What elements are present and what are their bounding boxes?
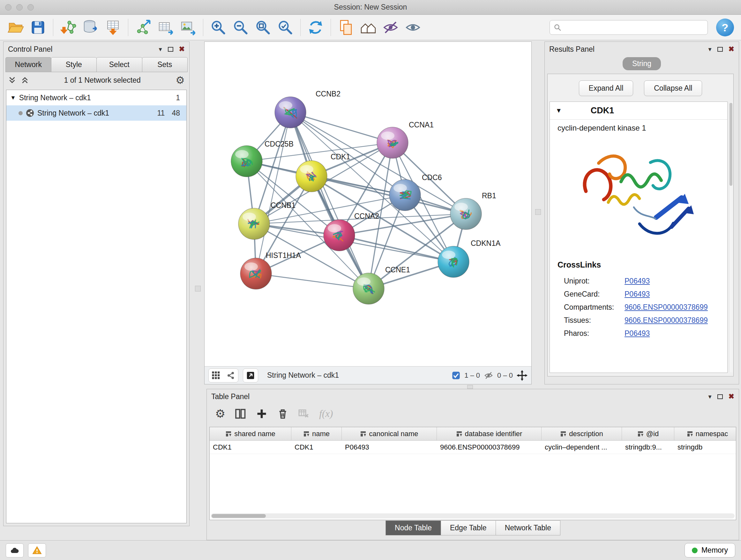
tree-expand-icon[interactable]: ▼ xyxy=(10,95,16,101)
column-header--id[interactable]: @id xyxy=(622,427,674,440)
crosslink-tissues-link[interactable]: 9606.ENSP00000378699 xyxy=(624,316,708,325)
column-header-canonical-name[interactable]: canonical name xyxy=(342,427,437,440)
crosslink-compartments-link[interactable]: 9606.ENSP00000378699 xyxy=(624,303,708,312)
column-header-shared-name[interactable]: shared name xyxy=(210,427,291,440)
zoom-in-button[interactable] xyxy=(208,17,229,38)
open-session-button[interactable] xyxy=(5,17,26,38)
network-options-gear-icon[interactable]: ⚙ xyxy=(176,75,185,85)
export-table-button[interactable] xyxy=(155,17,176,38)
collapse-all-icon[interactable] xyxy=(8,76,16,84)
accordion-caret-icon[interactable]: ▼ xyxy=(556,107,562,114)
maximize-window-button[interactable] xyxy=(27,4,34,10)
float-panel-icon[interactable] xyxy=(718,394,723,399)
edge-CCNB2-CCNA1[interactable] xyxy=(290,112,393,143)
node-CDKN1A[interactable] xyxy=(438,246,469,277)
table-options-gear-icon[interactable]: ⚙ xyxy=(215,408,225,420)
network-graph[interactable]: CCNB2CCNA1CDC25BCDK1CDC6RB1CCNB1CCNA2CDK… xyxy=(205,42,531,366)
string-home-button[interactable] xyxy=(358,17,379,38)
crosslink-uniprot-link[interactable]: P06493 xyxy=(624,277,650,286)
tab-select[interactable]: Select xyxy=(96,57,142,72)
protein-accordion-header[interactable]: ▼ CDK1 xyxy=(550,102,727,120)
results-scrollbar-thumb[interactable] xyxy=(730,103,732,186)
right-splitter-grip[interactable] xyxy=(535,209,541,215)
help-button[interactable]: ? xyxy=(716,18,734,37)
zoom-fit-button[interactable] xyxy=(253,17,273,38)
node-CDC6[interactable] xyxy=(389,179,421,211)
minimize-window-button[interactable] xyxy=(16,4,23,10)
close-panel-icon[interactable]: ✖ xyxy=(729,46,734,53)
cloud-status-button[interactable] xyxy=(6,543,23,557)
node-CDK1[interactable] xyxy=(296,161,327,192)
selected-checkbox-icon[interactable] xyxy=(452,371,461,380)
node-CDC25B[interactable] xyxy=(231,145,262,177)
show-all-button[interactable] xyxy=(402,17,423,38)
column-header-database-identifier[interactable]: database identifier xyxy=(437,427,542,440)
show-columns-button[interactable] xyxy=(235,408,246,420)
create-column-button[interactable] xyxy=(256,408,267,420)
panel-menu-icon[interactable]: ▾ xyxy=(159,46,162,52)
expand-all-icon[interactable] xyxy=(21,76,29,84)
string-tab-badge[interactable]: String xyxy=(623,57,661,70)
left-splitter-grip[interactable] xyxy=(195,286,201,292)
pan-move-icon[interactable] xyxy=(517,370,528,381)
panel-menu-icon[interactable]: ▾ xyxy=(709,46,712,52)
node-HIST1H1A[interactable] xyxy=(240,258,272,289)
tab-network[interactable]: Network xyxy=(5,57,51,72)
close-window-button[interactable] xyxy=(5,4,11,10)
network-row-selected[interactable]: String Network – cdk1 11 48 xyxy=(6,105,186,121)
table-scrollbar-thumb[interactable] xyxy=(212,514,266,518)
node-CCNE1[interactable] xyxy=(353,273,384,304)
expand-all-button[interactable]: Expand All xyxy=(579,80,633,96)
table-horizontal-scrollbar[interactable] xyxy=(211,513,735,518)
close-panel-icon[interactable]: ✖ xyxy=(729,393,734,400)
save-session-button[interactable] xyxy=(27,17,49,38)
zoom-selected-button[interactable] xyxy=(275,17,296,38)
import-network-file-button[interactable] xyxy=(58,17,79,38)
copy-document-button[interactable] xyxy=(335,17,356,38)
node-CCNB1[interactable] xyxy=(239,208,270,240)
tab-edge-table[interactable]: Edge Table xyxy=(441,520,496,536)
tab-network-table[interactable]: Network Table xyxy=(495,520,560,536)
column-header-name[interactable]: name xyxy=(291,427,342,440)
tab-node-table[interactable]: Node Table xyxy=(386,520,441,536)
node-CCNA2[interactable] xyxy=(324,220,355,251)
close-panel-icon[interactable]: ✖ xyxy=(179,46,185,53)
collapse-all-button[interactable]: Collapse All xyxy=(644,80,702,96)
import-table-button[interactable] xyxy=(103,17,124,38)
delete-column-button[interactable] xyxy=(277,408,288,420)
grid-view-button[interactable] xyxy=(209,369,223,382)
bottom-splitter-grip[interactable] xyxy=(467,385,473,389)
delete-table-button[interactable] xyxy=(298,408,310,420)
node-CCNA1[interactable] xyxy=(377,127,408,159)
edge-HIST1H1A-CCNE1[interactable] xyxy=(256,273,368,289)
tab-style[interactable]: Style xyxy=(51,57,97,72)
hidden-eye-slash-icon[interactable] xyxy=(484,371,493,380)
float-panel-icon[interactable] xyxy=(168,47,173,52)
column-header-description[interactable]: description xyxy=(542,427,622,440)
node-CCNB2[interactable] xyxy=(275,97,306,128)
edge-CCNB2-CCNE1[interactable] xyxy=(290,112,368,289)
column-header-namespac[interactable]: namespac xyxy=(674,427,736,440)
birdseye-toggle-button[interactable] xyxy=(243,369,258,382)
crosslink-genecard-link[interactable]: P06493 xyxy=(624,290,650,299)
crosslink-pharos-link[interactable]: P06493 xyxy=(624,329,650,338)
tab-sets[interactable]: Sets xyxy=(142,57,188,72)
table-row[interactable]: CDK1CDK1P064939606.ENSP00000378699cyclin… xyxy=(210,441,736,454)
search-input[interactable] xyxy=(564,23,704,31)
import-network-database-button[interactable] xyxy=(80,17,101,38)
zoom-out-button[interactable] xyxy=(230,17,251,38)
function-builder-button[interactable]: f(x) xyxy=(319,408,333,420)
network-canvas[interactable]: CCNB2CCNA1CDC25BCDK1CDC6RB1CCNB1CCNA2CDK… xyxy=(205,42,531,366)
export-network-button[interactable] xyxy=(133,17,154,38)
node-RB1[interactable] xyxy=(450,198,482,230)
refresh-view-button[interactable] xyxy=(305,17,326,38)
panel-menu-icon[interactable]: ▾ xyxy=(709,393,712,400)
float-panel-icon[interactable] xyxy=(718,47,723,52)
export-image-button[interactable] xyxy=(178,17,199,38)
edge-CCNB2-HIST1H1A[interactable] xyxy=(256,112,290,273)
hide-selected-button[interactable] xyxy=(380,17,401,38)
warnings-button[interactable] xyxy=(28,543,46,557)
network-collection-row[interactable]: ▼ String Network – cdk1 1 xyxy=(6,90,186,105)
network-overview-button[interactable] xyxy=(223,369,238,382)
results-scrollbar[interactable] xyxy=(729,102,733,372)
